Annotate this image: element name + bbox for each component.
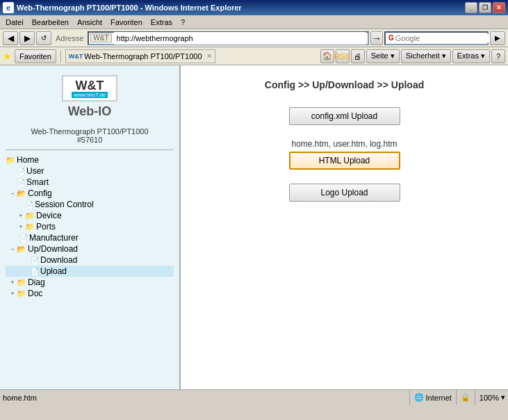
device-folder-icon: 📁 [25,211,35,220]
window-title-bar: e Web-Thermograph PT100/PT1000 - Windows… [0,0,508,15]
device-name: Web-Thermograph PT100/PT1000 [31,127,148,136]
device-info: Web-Thermograph PT100/PT1000 #57610 [0,127,179,144]
tab-label[interactable]: Web-Thermograph PT100/PT1000 [84,52,202,60]
menu-extras[interactable]: Extras [147,17,177,28]
favorites-star[interactable]: ★ [3,51,12,62]
smart-doc-icon: 📄 [17,179,25,186]
go-button[interactable]: → [370,31,383,45]
nav-upload[interactable]: 📄 Upload [6,266,174,277]
zoom-dropdown-arrow[interactable]: ▾ [501,393,505,402]
logo-upload-button[interactable]: Logo Upload [289,184,400,202]
app-icon: e [3,2,14,13]
tab-close-icon[interactable]: ✕ [206,52,212,60]
upload-doc-icon: 📄 [31,268,39,275]
webio-label: Web-IO [68,104,112,119]
favorites-label: Favoriten [19,52,51,60]
status-zone: 🌐 Internet [409,390,452,405]
device-id: #57610 [77,136,103,144]
nav-smart[interactable]: 📄 Smart [6,177,174,188]
zoom-level: 100% [480,394,499,402]
session-doc-icon: 📄 [25,201,33,209]
nav-doc[interactable]: + 📁 Doc [6,288,174,299]
status-url: home.htm [3,394,405,402]
sicherheit-button[interactable]: Sicherheit ▾ [401,49,451,63]
seite-label: Seite ▾ [371,51,395,60]
diag-expand[interactable]: + [8,279,17,286]
html-upload-group: home.htm, user.htm, log.htm HTML Upload [289,139,400,170]
manufacturer-doc-icon: 📄 [19,234,28,242]
ports-expand[interactable]: + [17,223,25,230]
menu-help[interactable]: ? [177,17,189,28]
zone-label: Internet [426,394,452,402]
menu-bearbeiten[interactable]: Bearbeiten [28,17,73,28]
breadcrumb: Config >> Up/Download >> Upload [208,79,480,90]
wt-logo: W&T www.WuT.de Web-IO [0,72,179,122]
nav-updownload[interactable]: − 📂 Up/Download [6,243,174,255]
nav-download[interactable]: 📄 Download [6,255,174,266]
diag-folder-icon: 📁 [17,278,26,287]
tab-wt-icon: W&T [69,53,83,60]
status-security[interactable]: 🔒 [456,390,470,405]
address-input[interactable] [114,32,366,45]
config-xml-upload-button[interactable]: config.xml Upload [289,107,400,125]
nav-session-control[interactable]: 📄 Session Control [6,199,174,210]
print-icon[interactable]: 🖨 [351,49,365,63]
config-expand[interactable]: − [8,190,17,197]
doc-expand[interactable]: + [8,290,17,297]
upload-section: config.xml Upload home.htm, user.htm, lo… [208,107,480,202]
refresh-button[interactable]: ↺ [36,31,51,45]
nav-user[interactable]: 📄 User [6,165,174,177]
nav-config[interactable]: − 📂 Config [6,188,174,199]
window-title: Web-Thermograph PT100/PT1000 - Windows I… [17,3,465,12]
status-zoom[interactable]: 100% ▾ [475,390,505,405]
ports-folder-icon: 📁 [25,223,35,232]
tree-nav: 📁 Home 📄 User 📄 Smart − 📂 Config [0,153,179,300]
nav-home[interactable]: 📁 Home [6,154,174,165]
html-upload-subtitle: home.htm, user.htm, log.htm [291,139,397,149]
search-input[interactable] [395,34,491,42]
menu-datei[interactable]: Datei [1,17,28,28]
device-expand[interactable]: + [17,212,25,219]
close-button[interactable]: ✕ [493,2,505,13]
restore-button[interactable]: ❐ [479,2,491,13]
user-doc-icon: 📄 [17,168,25,175]
google-g-icon: G [388,34,394,42]
sidebar: W&T www.WuT.de Web-IO Web-Thermograph PT… [0,65,181,389]
sidebar-divider [6,150,174,150]
updownload-expand[interactable]: − [8,245,17,252]
sicherheit-label: Sicherheit ▾ [406,51,446,60]
wt-text: W&T [76,79,104,92]
nav-ports[interactable]: + 📁 Ports [6,221,174,232]
search-go-button[interactable]: ▶ [490,31,505,45]
address-label: Adresse [53,34,86,42]
favorites-bar: ★ Favoriten W&T Web-Thermograph PT100/PT… [0,47,508,65]
tab-favicon: W&T Web-Thermograph PT100/PT1000 ✕ [65,49,215,63]
menu-bar: Datei Bearbeiten Ansicht Favoriten Extra… [0,15,508,29]
home-folder-icon: 📁 [6,156,15,165]
status-bar: home.htm 🌐 Internet 🔒 100% ▾ [0,389,508,405]
rss-icon[interactable]: RSS [336,49,350,63]
help-button[interactable]: ? [491,49,505,63]
doc-folder-icon: 📁 [17,289,26,298]
nav-manufacturer[interactable]: 📄 Manufacturer [6,232,174,243]
nav-device[interactable]: + 📁 Device [6,210,174,221]
nav-diag[interactable]: + 📁 Diag [6,277,174,288]
wt-url: www.WuT.de [72,92,108,98]
menu-ansicht[interactable]: Ansicht [73,17,106,28]
browser-content: W&T www.WuT.de Web-IO Web-Thermograph PT… [0,65,508,389]
updownload-folder-icon: 📂 [17,245,26,254]
extras-label: Extras ▾ [457,51,485,60]
favorites-button[interactable]: Favoriten [15,49,56,63]
seite-button[interactable]: Seite ▾ [366,49,400,63]
minimize-button[interactable]: _ [465,2,477,13]
main-content: Config >> Up/Download >> Upload config.x… [181,65,508,389]
forward-button[interactable]: ▶ [19,31,35,45]
home-icon[interactable]: 🏠 [320,49,334,63]
logo-box: W&T www.WuT.de [62,75,117,102]
menu-favoriten[interactable]: Favoriten [106,17,147,28]
html-upload-button[interactable]: HTML Upload [289,152,400,170]
address-bar: ◀ ▶ ↺ Adresse W&T → G 🔍 ▶ [0,29,508,47]
back-button[interactable]: ◀ [3,31,18,45]
extras-button[interactable]: Extras ▾ [452,49,490,63]
security-icon: 🔒 [461,393,470,402]
